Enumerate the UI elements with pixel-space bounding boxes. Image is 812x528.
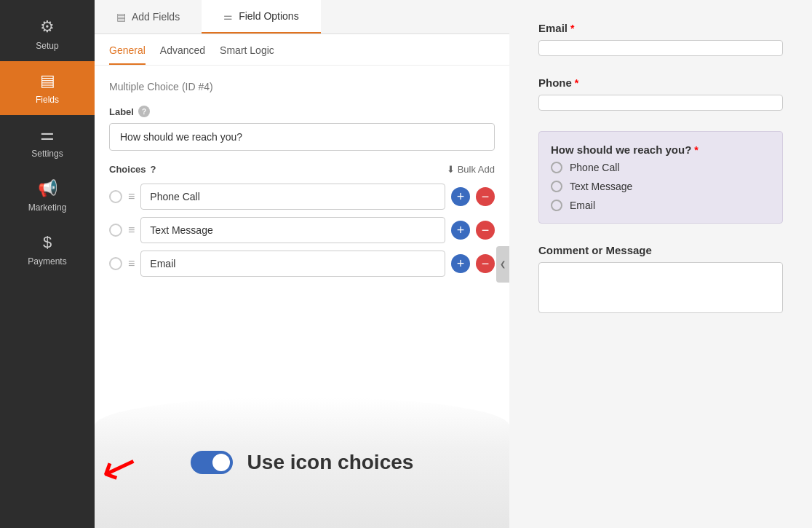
sidebar-item-label-setup: Setup	[36, 41, 58, 51]
choices-help-icon[interactable]: ?	[151, 164, 156, 175]
tab-add-fields-label: Add Fields	[132, 11, 180, 23]
choice-input-2[interactable]	[140, 217, 445, 243]
preview-radio-phone-call[interactable]	[551, 162, 562, 173]
sub-tabs-bar: General Advanced Smart Logic	[95, 34, 509, 66]
choice-input-1[interactable]	[140, 184, 445, 210]
label-input[interactable]	[109, 123, 495, 151]
preview-email-input[interactable]	[538, 40, 783, 56]
tab-field-options-label: Field Options	[239, 10, 298, 22]
choice-radio-3[interactable]	[109, 257, 122, 270]
collapse-icon: ❮	[500, 260, 506, 268]
preview-comment-label: Comment or Message	[538, 244, 783, 256]
choice-drag-2[interactable]: ≡	[128, 224, 135, 237]
bulk-add-button[interactable]: ⬇ Bulk Add	[447, 164, 495, 175]
sidebar-item-label-fields: Fields	[36, 95, 59, 105]
preview-contact-method-label: How should we reach you? *	[551, 143, 771, 156]
preview-field-phone: Phone *	[538, 76, 783, 111]
tab-field-options[interactable]: ⚌ Field Options	[202, 0, 320, 34]
choice-input-3[interactable]	[140, 251, 445, 277]
preview-contact-required: *	[694, 144, 698, 156]
preview-panel: Email * Phone * How should we reach you?…	[509, 0, 812, 528]
choice-remove-button-3[interactable]: −	[476, 254, 495, 273]
preview-phone-input[interactable]	[538, 95, 783, 111]
sidebar-item-label-payments: Payments	[28, 256, 66, 267]
choice-add-button-2[interactable]: +	[451, 221, 470, 240]
sidebar-item-label-marketing: Marketing	[28, 202, 67, 213]
preview-choice-email[interactable]: Email	[551, 200, 771, 211]
payments-icon: $	[43, 233, 52, 252]
tab-add-fields[interactable]: ▤ Add Fields	[95, 0, 202, 34]
preview-contact-method-field: How should we reach you? * Phone Call Te…	[538, 131, 783, 224]
choice-add-button-3[interactable]: +	[451, 254, 470, 273]
field-editor-panel: ▤ Add Fields ⚌ Field Options General Adv…	[95, 0, 509, 528]
choice-radio-1[interactable]	[109, 190, 122, 203]
label-group: Label ?	[109, 106, 495, 151]
choices-group: Choices ? ⬇ Bulk Add ≡ + −	[109, 164, 495, 277]
choice-row-2: ≡ + −	[109, 217, 495, 243]
preview-field-email: Email *	[538, 22, 783, 56]
sub-tab-general[interactable]: General	[109, 44, 146, 65]
choice-remove-button-2[interactable]: −	[476, 221, 495, 240]
toggle-label: Use icon choices	[247, 451, 414, 474]
field-title: Multiple Choice (ID #4)	[109, 80, 495, 92]
preview-field-comment: Comment or Message	[538, 244, 783, 316]
sidebar-item-fields[interactable]: ▤ Fields	[0, 61, 95, 115]
collapse-handle[interactable]: ❮	[496, 246, 509, 283]
add-fields-icon: ▤	[116, 11, 126, 23]
sub-tab-smart-logic[interactable]: Smart Logic	[220, 44, 274, 65]
preview-radio-text-message[interactable]	[551, 181, 562, 192]
preview-choice-phone-call[interactable]: Phone Call	[551, 162, 771, 173]
preview-comment-textarea[interactable]	[538, 262, 783, 313]
preview-email-label: Email *	[538, 22, 783, 34]
choice-add-button-1[interactable]: +	[451, 187, 470, 206]
sub-tab-advanced[interactable]: Advanced	[160, 44, 205, 65]
preview-choice-text-message[interactable]: Text Message	[551, 181, 771, 192]
toggle-overlay: Use icon choices	[95, 397, 509, 528]
settings-icon: ⚌	[40, 125, 55, 144]
choice-remove-button-1[interactable]: −	[476, 187, 495, 206]
marketing-icon: 📢	[38, 179, 57, 198]
sidebar-item-payments[interactable]: $ Payments	[0, 223, 95, 277]
choice-drag-3[interactable]: ≡	[128, 257, 135, 270]
sidebar-item-label-settings: Settings	[31, 149, 63, 159]
preview-email-required: *	[570, 23, 574, 34]
preview-phone-required: *	[575, 77, 578, 89]
choices-label: Choices ?	[109, 164, 156, 175]
label-help-icon[interactable]: ?	[138, 106, 150, 117]
choice-drag-1[interactable]: ≡	[128, 190, 135, 203]
main-content: ▤ Add Fields ⚌ Field Options General Adv…	[95, 0, 812, 528]
preview-phone-label: Phone *	[538, 76, 783, 89]
choices-header: Choices ? ⬇ Bulk Add	[109, 164, 495, 175]
setup-icon: ⚙	[40, 17, 55, 36]
choice-radio-2[interactable]	[109, 224, 122, 237]
top-tabs-bar: ▤ Add Fields ⚌ Field Options	[95, 0, 509, 34]
bulk-add-icon: ⬇	[447, 164, 455, 175]
fields-icon: ▤	[40, 71, 55, 90]
choice-row-3: ≡ + −	[109, 251, 495, 277]
label-field-label: Label ?	[109, 106, 495, 117]
field-options-icon: ⚌	[223, 10, 233, 22]
sidebar-item-marketing[interactable]: 📢 Marketing	[0, 169, 95, 223]
use-icon-choices-toggle[interactable]	[191, 451, 233, 474]
sidebar: ⚙ Setup ▤ Fields ⚌ Settings 📢 Marketing …	[0, 0, 95, 528]
sidebar-item-setup[interactable]: ⚙ Setup	[0, 7, 95, 61]
choice-row-1: ≡ + −	[109, 184, 495, 210]
sidebar-item-settings[interactable]: ⚌ Settings	[0, 115, 95, 169]
preview-radio-email[interactable]	[551, 200, 562, 211]
